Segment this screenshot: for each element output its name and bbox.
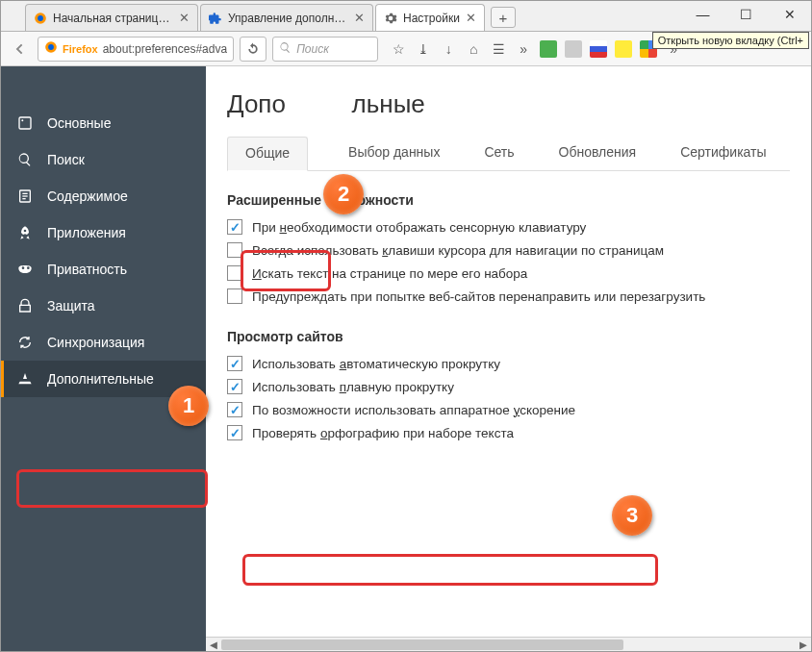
ext-badge[interactable] <box>588 37 609 62</box>
sidebar-item-privacy[interactable]: Приватность <box>1 251 206 288</box>
preferences-sidebar: Основные Поиск Содержимое Приложения При… <box>1 66 206 652</box>
checkbox-icon[interactable] <box>227 265 242 281</box>
search-bar[interactable]: Поиск <box>272 37 378 62</box>
subtab-network[interactable]: Сеть <box>480 137 518 170</box>
window-close-button[interactable]: ✕ <box>768 1 811 28</box>
search-icon <box>16 151 34 168</box>
overflow-icon[interactable]: » <box>513 37 534 62</box>
horizontal-scrollbar[interactable]: ◄ ► <box>206 637 811 652</box>
page-title: Дополнительные <box>227 89 790 119</box>
sidebar-item-label: Приложения <box>47 225 126 240</box>
search-icon <box>279 41 292 57</box>
checkbox-touch-keyboard[interactable]: При необходимости отображать сенсорную к… <box>227 215 790 238</box>
preferences-content: Дополнительные Общие Выбор данных Сеть О… <box>206 66 811 652</box>
main-area: Основные Поиск Содержимое Приложения При… <box>1 66 811 652</box>
sidebar-item-search[interactable]: Поиск <box>1 141 206 178</box>
checkbox-spellcheck[interactable]: Проверять орфографию при наборе текста <box>227 421 790 444</box>
sidebar-item-apps[interactable]: Приложения <box>1 214 206 251</box>
rocket-icon <box>16 224 34 241</box>
lock-icon <box>16 297 34 314</box>
scroll-track[interactable] <box>221 638 796 652</box>
tab-label: Управление дополнен... <box>228 12 348 25</box>
advanced-subtabs: Общие Выбор данных Сеть Обновления Серти… <box>227 137 790 171</box>
checkbox-find-as-type[interactable]: Искать текст на странице по мере его наб… <box>227 262 790 285</box>
tooltip-newtab: Открыть новую вкладку (Ctrl+ <box>652 32 809 49</box>
annotation-badge-2: 2 <box>323 174 364 214</box>
sidebar-item-security[interactable]: Защита <box>1 288 206 324</box>
checkbox-cursor-keys[interactable]: Всегда использовать клавиши курсора для … <box>227 238 790 262</box>
sync-icon <box>16 334 34 351</box>
square-icon <box>16 114 34 132</box>
sidebar-item-content[interactable]: Содержимое <box>1 178 206 214</box>
sidebar-item-label: Приватность <box>47 262 127 277</box>
checkbox-label: Проверять орфографию при наборе текста <box>252 426 514 440</box>
checkbox-icon[interactable] <box>227 402 242 417</box>
subtab-general[interactable]: Общие <box>227 137 308 171</box>
browser-tab-addons[interactable]: Управление дополнен... ✕ <box>200 4 373 31</box>
ext-badge[interactable] <box>563 37 584 62</box>
checkbox-smoothscroll[interactable]: Использовать плавную прокрутку <box>227 375 790 398</box>
sidebar-item-sync[interactable]: Синхронизация <box>1 324 206 361</box>
checkbox-label: Использовать автоматическую прокрутку <box>252 357 500 371</box>
hat-icon <box>16 370 34 388</box>
close-icon[interactable]: ✕ <box>354 11 365 25</box>
checkbox-label: При необходимости отображать сенсорную к… <box>252 220 586 235</box>
sidebar-item-label: Защита <box>47 298 95 313</box>
subtab-updates[interactable]: Обновления <box>555 137 641 170</box>
self-icon[interactable]: ⤓ <box>413 37 434 62</box>
checkbox-warn-redirect[interactable]: Предупреждать при попытке веб-сайтов пер… <box>227 285 790 308</box>
gear-icon <box>384 12 397 25</box>
checkbox-icon[interactable] <box>227 356 242 371</box>
urlbar-brand: Firefox <box>63 43 98 55</box>
sidebar-item-general[interactable]: Основные <box>1 105 206 141</box>
ext-badge[interactable] <box>538 37 559 62</box>
close-icon[interactable]: ✕ <box>466 11 476 25</box>
firefox-icon <box>34 12 47 25</box>
checkbox-label: Использовать плавную прокрутку <box>252 380 454 394</box>
checkbox-label: Всегда использовать клавиши курсора для … <box>252 243 664 258</box>
home-icon[interactable]: ⌂ <box>463 37 484 62</box>
sidebar-item-label: Поиск <box>47 152 85 167</box>
ext-badge[interactable] <box>613 37 634 62</box>
checkbox-icon[interactable] <box>227 379 242 394</box>
new-tab-button[interactable]: + <box>491 7 516 28</box>
subtab-certs[interactable]: Сертификаты <box>676 137 770 170</box>
tab-label: Настройки <box>403 12 460 25</box>
section-heading-accessibility: Расширенные возможности <box>227 192 790 208</box>
url-bar[interactable]: Firefox about:preferences#adva <box>38 37 234 62</box>
section-heading-browsing: Просмотр сайтов <box>227 329 790 344</box>
browser-tab-settings[interactable]: Настройки ✕ <box>375 4 485 31</box>
browser-tab-start[interactable]: Начальная страница ... ✕ <box>25 4 198 31</box>
checkbox-icon[interactable] <box>227 288 242 304</box>
checkbox-label: Искать текст на странице по мере его наб… <box>252 266 527 281</box>
annotation-badge-1: 1 <box>168 386 209 426</box>
bookmark-icon[interactable]: ☆ <box>388 37 409 62</box>
sidebar-item-label: Дополнительные <box>47 371 154 387</box>
subtab-data[interactable]: Выбор данных <box>344 137 444 170</box>
checkbox-icon[interactable] <box>227 219 242 235</box>
annotation-badge-3: 3 <box>612 495 652 536</box>
window-maximize-button[interactable]: ☐ <box>724 1 768 28</box>
checkbox-hw-accel[interactable]: По возможности использовать аппаратное у… <box>227 398 790 421</box>
window-minimize-button[interactable]: — <box>681 1 724 28</box>
puzzle-icon <box>209 12 222 25</box>
scroll-thumb[interactable] <box>221 639 623 650</box>
checkbox-autoscroll[interactable]: Использовать автоматическую прокрутку <box>227 352 790 375</box>
svg-rect-4 <box>19 117 31 129</box>
close-icon[interactable]: ✕ <box>179 11 190 25</box>
sidebar-item-label: Содержимое <box>47 188 128 204</box>
back-button[interactable] <box>7 37 32 62</box>
downloads-icon[interactable]: ↓ <box>438 37 459 62</box>
firefox-icon <box>44 40 58 57</box>
tab-label: Начальная страница ... <box>53 12 173 25</box>
document-icon <box>16 188 34 205</box>
scroll-left-icon[interactable]: ◄ <box>206 638 221 652</box>
menu-icon[interactable]: ☰ <box>488 37 509 62</box>
reload-button[interactable] <box>240 37 266 62</box>
checkbox-icon[interactable] <box>227 242 242 258</box>
scroll-right-icon[interactable]: ► <box>796 638 811 652</box>
sidebar-item-label: Синхронизация <box>47 335 144 350</box>
sidebar-item-label: Основные <box>47 115 111 131</box>
svg-point-5 <box>21 119 23 121</box>
checkbox-icon[interactable] <box>227 425 242 440</box>
